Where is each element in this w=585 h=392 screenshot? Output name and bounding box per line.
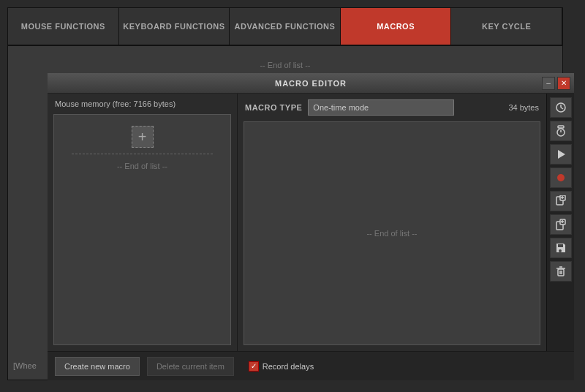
svg-rect-16 bbox=[558, 269, 564, 276]
action-list-area: -- End of list -- bbox=[244, 121, 540, 345]
right-panel: MACRO TYPE 34 bytes -- End of list -- bbox=[238, 94, 546, 351]
minimize-button[interactable]: – bbox=[542, 77, 555, 90]
right-panel-header: MACRO TYPE 34 bytes bbox=[238, 94, 546, 121]
tool-clock-button[interactable] bbox=[550, 97, 572, 118]
tab-advanced[interactable]: ADVANCED FUNCTIONS bbox=[230, 8, 341, 45]
svg-point-7 bbox=[557, 174, 565, 181]
tool-record-button[interactable] bbox=[550, 167, 572, 188]
tool-timer-button[interactable] bbox=[550, 121, 572, 141]
close-button[interactable]: ✕ bbox=[557, 77, 570, 90]
bg-end-of-list: -- End of list -- bbox=[260, 61, 310, 69]
bytes-label: 34 bytes bbox=[508, 103, 539, 112]
record-delays-container: Record delays bbox=[249, 361, 314, 372]
macro-list-area: + -- End of list -- bbox=[53, 114, 231, 345]
left-panel: Mouse memory (free: 7166 bytes) + -- End… bbox=[48, 94, 238, 351]
titlebar-controls: – ✕ bbox=[542, 77, 570, 90]
tool-export-button[interactable] bbox=[550, 214, 572, 235]
macro-type-label: MACRO TYPE bbox=[245, 103, 302, 112]
svg-marker-6 bbox=[558, 150, 565, 159]
create-macro-button[interactable]: Create new macro bbox=[55, 357, 140, 376]
tab-keyboard[interactable]: KEYBOARD FUNCTIONS bbox=[119, 8, 230, 45]
tab-mouse[interactable]: MOUSE FUNCTIONS bbox=[8, 8, 119, 45]
delete-item-button[interactable]: Delete current item bbox=[147, 357, 234, 376]
record-delays-label: Record delays bbox=[263, 362, 314, 371]
macro-list-end: -- End of list -- bbox=[117, 162, 167, 170]
tab-macros[interactable]: MACROS bbox=[341, 8, 452, 45]
action-list-end: -- End of list -- bbox=[366, 229, 417, 238]
tab-keycycle[interactable]: KEY CYCLE bbox=[451, 8, 562, 45]
macro-type-input[interactable] bbox=[308, 99, 454, 116]
svg-line-2 bbox=[561, 108, 563, 109]
titlebar: MACRO EDITOR – ✕ bbox=[48, 73, 574, 94]
bg-bottom-label: [Whee bbox=[13, 361, 37, 370]
bg-tabs: MOUSE FUNCTIONS KEYBOARD FUNCTIONS ADVAN… bbox=[8, 8, 562, 46]
add-macro-button[interactable]: + bbox=[132, 126, 154, 148]
memory-label: Mouse memory (free: 7166 bytes) bbox=[48, 94, 237, 114]
tool-import-button[interactable] bbox=[550, 191, 572, 211]
side-toolbar bbox=[546, 94, 574, 351]
tool-save-button[interactable] bbox=[550, 238, 572, 258]
editor-title: MACRO EDITOR bbox=[275, 79, 347, 88]
svg-rect-3 bbox=[558, 126, 564, 128]
tool-delete-button[interactable] bbox=[550, 261, 572, 282]
tool-play-button[interactable] bbox=[550, 144, 572, 165]
bottom-bar: Create new macro Delete current item Rec… bbox=[48, 351, 574, 380]
divider bbox=[72, 154, 213, 154]
record-delays-checkbox[interactable] bbox=[249, 361, 259, 372]
macro-editor-window: MACRO EDITOR – ✕ Mouse memory (free: 716… bbox=[48, 73, 574, 380]
